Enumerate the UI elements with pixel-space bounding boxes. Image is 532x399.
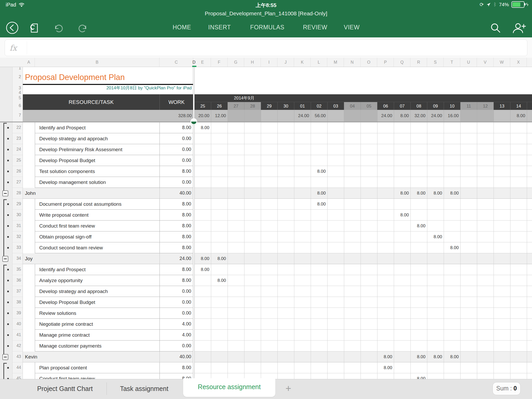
day-cell-J[interactable] (277, 122, 294, 133)
day-cell-I[interactable] (261, 253, 277, 264)
day-cell-F[interactable] (211, 133, 228, 144)
day-cell-E[interactable] (194, 341, 211, 351)
day-cell-M[interactable] (327, 308, 344, 319)
day-cell-H[interactable] (244, 286, 261, 297)
day-cell-J[interactable] (277, 221, 294, 231)
redo-icon[interactable] (77, 23, 88, 33)
day-cell-L[interactable] (311, 341, 327, 351)
day-cell-F[interactable] (211, 155, 228, 166)
day-cell-U[interactable] (460, 286, 477, 297)
day-cell-L[interactable] (311, 362, 327, 373)
column-header-O[interactable]: O (361, 58, 377, 67)
day-cell-S[interactable]: 8.00 (427, 351, 444, 362)
day-cell-W[interactable] (494, 351, 510, 362)
day-cell-K[interactable] (294, 373, 311, 379)
day-cell-V[interactable] (477, 373, 494, 379)
row-number-5[interactable]: 5 (13, 96, 21, 100)
day-cell-G[interactable] (228, 330, 244, 341)
day-cell-S[interactable] (427, 275, 444, 286)
day-cell-M[interactable] (327, 242, 344, 253)
day-cell-U[interactable] (460, 373, 477, 379)
task-row-identify-and-prospect[interactable]: Identify and Prospect8.008.00 (23, 122, 532, 133)
day-cell-L[interactable] (311, 253, 327, 264)
day-cell-M[interactable] (327, 341, 344, 351)
day-cell-H[interactable] (244, 362, 261, 373)
freeze-pane-vertical-split[interactable] (193, 67, 195, 379)
day-cell-P[interactable]: 8.00 (377, 362, 394, 373)
day-cell-I[interactable] (261, 122, 277, 133)
day-cell-Q[interactable]: 8.00 (394, 188, 410, 199)
day-cell-J[interactable] (277, 308, 294, 319)
day-cell-P[interactable] (377, 373, 394, 379)
day-cell-T[interactable] (444, 286, 460, 297)
day-cell-S[interactable] (427, 221, 444, 231)
day-cell-O[interactable] (361, 221, 377, 231)
day-cell-I[interactable] (261, 155, 277, 166)
day-cell-H[interactable] (244, 199, 261, 210)
day-cell-G[interactable] (228, 341, 244, 351)
day-cell-M[interactable] (327, 297, 344, 308)
day-cell-P[interactable] (377, 188, 394, 199)
day-cell-R[interactable] (410, 275, 427, 286)
task-row-develop-proposal-budget[interactable]: Develop Proposal Budget0.00 (23, 297, 532, 308)
day-cell-J[interactable] (277, 231, 294, 242)
day-cell-F[interactable]: 8.00 (211, 253, 228, 264)
day-cell-S[interactable] (427, 166, 444, 177)
day-cell-V[interactable] (477, 275, 494, 286)
task-row-develop-strategy-and-approach[interactable]: Develop strategy and approach0.00 (23, 133, 532, 144)
day-cell-I[interactable] (261, 341, 277, 351)
pane-drag-handle[interactable] (190, 118, 197, 125)
row-number-27[interactable]: 27 (13, 180, 21, 184)
day-cell-F[interactable] (211, 362, 228, 373)
day-cell-Q[interactable] (394, 122, 410, 133)
row-number-24[interactable]: 24 (13, 147, 21, 152)
day-cell-X[interactable] (510, 133, 527, 144)
day-cell-H[interactable] (244, 122, 261, 133)
day-cell-G[interactable] (228, 362, 244, 373)
day-cell-G[interactable] (228, 297, 244, 308)
day-cell-S[interactable] (427, 362, 444, 373)
day-cell-S[interactable] (427, 177, 444, 188)
day-cell-L[interactable]: 8.00 (311, 188, 327, 199)
day-cell-N[interactable] (344, 286, 361, 297)
day-cell-K[interactable] (294, 341, 311, 351)
day-cell-F[interactable] (211, 144, 228, 155)
day-cell-G[interactable] (228, 253, 244, 264)
day-cell-O[interactable] (361, 199, 377, 210)
day-cell-N[interactable] (344, 319, 361, 330)
column-header-R[interactable]: R (410, 58, 427, 67)
day-cell-V[interactable] (477, 188, 494, 199)
day-cell-V[interactable] (477, 286, 494, 297)
row-number-gutter[interactable]: 1234567222324252627282930313233343536373… (12, 67, 23, 379)
day-cell-W[interactable] (494, 341, 510, 351)
day-cell-J[interactable] (277, 199, 294, 210)
day-cell-U[interactable] (460, 253, 477, 264)
day-cell-M[interactable] (327, 199, 344, 210)
day-cell-H[interactable] (244, 133, 261, 144)
day-cell-V[interactable] (477, 199, 494, 210)
day-cell-N[interactable] (344, 144, 361, 155)
task-row-review-solutions[interactable]: Review solutions0.00 (23, 308, 532, 319)
day-cell-I[interactable] (261, 286, 277, 297)
day-cell-M[interactable] (327, 362, 344, 373)
day-cell-X[interactable] (510, 319, 527, 330)
outline-collapse-button[interactable] (2, 190, 8, 196)
day-cell-T[interactable] (444, 373, 460, 379)
day-cell-U[interactable] (460, 210, 477, 221)
day-cell-O[interactable] (361, 319, 377, 330)
day-cell-H[interactable] (244, 188, 261, 199)
day-cell-O[interactable] (361, 373, 377, 379)
day-cell-U[interactable] (460, 155, 477, 166)
day-cell-R[interactable] (410, 199, 427, 210)
day-cell-G[interactable] (228, 286, 244, 297)
day-cell-R[interactable]: 8.00 (410, 351, 427, 362)
day-cell-F[interactable] (211, 264, 228, 275)
day-cell-N[interactable] (344, 297, 361, 308)
day-cell-F[interactable] (211, 122, 228, 133)
day-cell-Q[interactable] (394, 221, 410, 231)
task-row-conduct-second-team-review[interactable]: Conduct second team review8.008.00 (23, 242, 532, 253)
day-cell-V[interactable] (477, 133, 494, 144)
day-cell-O[interactable] (361, 264, 377, 275)
day-cell-S[interactable] (427, 297, 444, 308)
day-cell-G[interactable] (228, 242, 244, 253)
